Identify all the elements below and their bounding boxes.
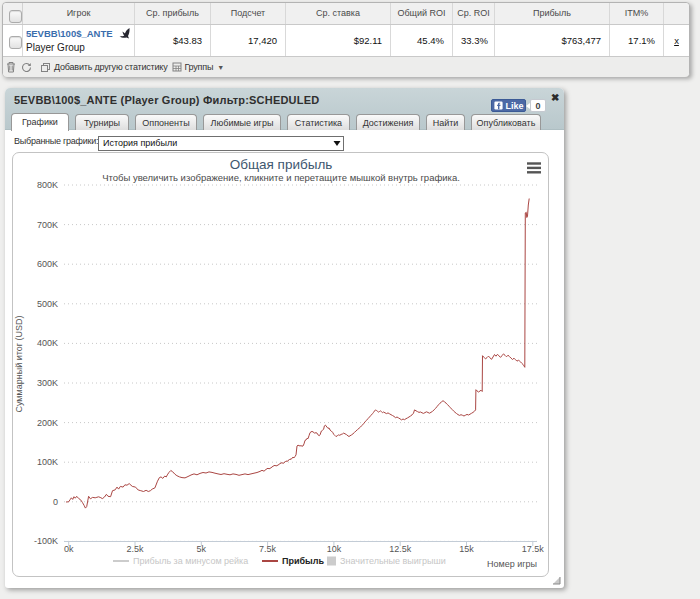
- svg-text:Значительные выигрыши: Значительные выигрыши: [340, 556, 446, 566]
- svg-text:700K: 700K: [37, 220, 58, 230]
- svg-text:Номер игры: Номер игры: [487, 559, 537, 569]
- svg-text:7.5k: 7.5k: [259, 544, 277, 554]
- svg-text:-100K: -100K: [34, 536, 58, 546]
- svg-text:12.5k: 12.5k: [389, 544, 412, 554]
- svg-text:200K: 200K: [37, 418, 58, 428]
- svg-text:300K: 300K: [37, 378, 58, 388]
- svg-text:Суммарный итог (USD): Суммарный итог (USD): [14, 315, 24, 412]
- svg-text:400K: 400K: [37, 338, 58, 348]
- svg-text:17.5k: 17.5k: [522, 544, 545, 554]
- svg-text:0: 0: [53, 497, 58, 507]
- svg-text:Чтобы увеличить изображение, к: Чтобы увеличить изображение, кликните и …: [102, 172, 460, 183]
- svg-text:0k: 0k: [64, 544, 74, 554]
- svg-text:600K: 600K: [37, 259, 58, 269]
- svg-text:500K: 500K: [37, 299, 58, 309]
- svg-text:5k: 5k: [197, 544, 207, 554]
- svg-text:Прибыль за минусом рейка: Прибыль за минусом рейка: [133, 556, 248, 566]
- svg-text:15k: 15k: [459, 544, 474, 554]
- svg-text:800K: 800K: [37, 180, 58, 190]
- svg-text:Прибыль: Прибыль: [282, 556, 324, 566]
- svg-text:10k: 10k: [327, 544, 342, 554]
- svg-text:2.5k: 2.5k: [126, 544, 144, 554]
- svg-text:Общая прибыль: Общая прибыль: [230, 157, 333, 172]
- svg-text:100K: 100K: [37, 457, 58, 467]
